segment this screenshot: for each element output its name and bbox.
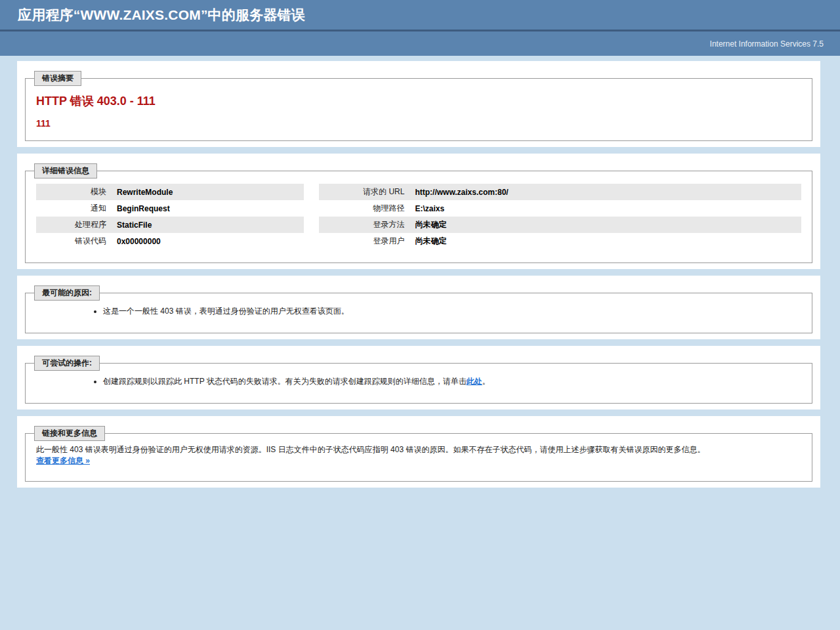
action-text-prefix: 创建跟踪规则以跟踪此 HTTP 状态代码的失败请求。有关为失败的请求创建跟踪规则…	[103, 377, 467, 386]
table-row: 通知 BeginRequest	[36, 200, 304, 217]
action-text-suffix: 。	[482, 377, 490, 386]
list-item: 这是一个一般性 403 错误，表明通过身份验证的用户无权查看该页面。	[103, 305, 801, 317]
table-row: 请求的 URL http://www.zaixs.com:80/	[319, 184, 801, 200]
section-more-information: 链接和更多信息 此一般性 403 错误表明通过身份验证的用户无权使用请求的资源。…	[17, 416, 820, 488]
detail-value: RewriteModule	[112, 184, 304, 200]
detail-label: 登录用户	[319, 233, 410, 249]
list-item: 创建跟踪规则以跟踪此 HTTP 状态代码的失败请求。有关为失败的请求创建跟踪规则…	[103, 375, 801, 387]
details-left-table: 模块 RewriteModule 通知 BeginRequest 处理程序 St…	[36, 184, 304, 249]
section-error-summary: 错误摘要 HTTP 错误 403.0 - 111 111	[17, 61, 820, 147]
details-right-table: 请求的 URL http://www.zaixs.com:80/ 物理路径 E:…	[319, 184, 801, 249]
error-summary-box: 错误摘要 HTTP 错误 403.0 - 111 111	[25, 78, 812, 141]
detail-label: 请求的 URL	[319, 184, 410, 200]
section-things-to-try: 可尝试的操作: 创建跟踪规则以跟踪此 HTTP 状态代码的失败请求。有关为失败的…	[17, 346, 820, 410]
detail-label: 物理路径	[319, 200, 410, 217]
actions-list: 创建跟踪规则以跟踪此 HTTP 状态代码的失败请求。有关为失败的请求创建跟踪规则…	[36, 375, 801, 387]
likely-causes-box: 最可能的原因: 这是一个一般性 403 错误，表明通过身份验证的用户无权查看该页…	[25, 293, 812, 333]
section-tab-more-information: 链接和更多信息	[34, 426, 105, 441]
page-content: 错误摘要 HTTP 错误 403.0 - 111 111 详细错误信息 模块 R…	[0, 56, 840, 488]
detail-value: 尚未确定	[410, 233, 801, 249]
header-sub-bar: Internet Information Services 7.5	[0, 32, 840, 56]
more-info-link[interactable]: 查看更多信息 »	[36, 456, 90, 465]
detail-value: 0x00000000	[112, 233, 304, 249]
detail-value: E:\zaixs	[410, 200, 801, 217]
detail-value: BeginRequest	[112, 200, 304, 217]
table-row: 登录用户 尚未确定	[319, 233, 801, 249]
error-details-box: 详细错误信息 模块 RewriteModule 通知 BeginRequest	[25, 171, 812, 263]
things-to-try-box: 可尝试的操作: 创建跟踪规则以跟踪此 HTTP 状态代码的失败请求。有关为失败的…	[25, 363, 812, 404]
error-title: HTTP 错误 403.0 - 111	[36, 93, 801, 109]
causes-list: 这是一个一般性 403 错误，表明通过身份验证的用户无权查看该页面。	[36, 305, 801, 317]
server-version-label: Internet Information Services 7.5	[710, 39, 824, 49]
detail-label: 处理程序	[36, 217, 112, 233]
section-tab-likely-causes: 最可能的原因:	[34, 285, 100, 301]
table-row: 错误代码 0x00000000	[36, 233, 304, 249]
details-left-column: 模块 RewriteModule 通知 BeginRequest 处理程序 St…	[36, 184, 304, 249]
section-tab-error-summary: 错误摘要	[34, 71, 81, 86]
detail-label: 错误代码	[36, 233, 112, 249]
detail-value: http://www.zaixs.com:80/	[410, 184, 801, 200]
error-subtitle: 111	[36, 118, 801, 129]
section-tab-error-details: 详细错误信息	[34, 163, 97, 178]
section-likely-causes: 最可能的原因: 这是一个一般性 403 错误，表明通过身份验证的用户无权查看该页…	[17, 276, 820, 339]
table-row: 物理路径 E:\zaixs	[319, 200, 801, 217]
detail-label: 登录方法	[319, 217, 410, 233]
detail-value: 尚未确定	[410, 217, 801, 233]
detail-label: 模块	[36, 184, 112, 200]
more-info-text: 此一般性 403 错误表明通过身份验证的用户无权使用请求的资源。IIS 日志文件…	[36, 444, 801, 455]
section-error-details: 详细错误信息 模块 RewriteModule 通知 BeginRequest	[17, 154, 820, 269]
table-row: 登录方法 尚未确定	[319, 217, 801, 233]
page-title: 应用程序“WWW.ZAIXS.COM”中的服务器错误	[18, 6, 305, 24]
section-tab-things-to-try: 可尝试的操作:	[34, 356, 100, 371]
details-right-column: 请求的 URL http://www.zaixs.com:80/ 物理路径 E:…	[319, 184, 801, 249]
header-title-bar: 应用程序“WWW.ZAIXS.COM”中的服务器错误	[0, 0, 840, 32]
more-information-box: 链接和更多信息 此一般性 403 错误表明通过身份验证的用户无权使用请求的资源。…	[25, 433, 812, 482]
table-row: 处理程序 StaticFile	[36, 217, 304, 233]
table-row: 模块 RewriteModule	[36, 184, 304, 200]
detail-value: StaticFile	[112, 217, 304, 233]
detail-label: 通知	[36, 200, 112, 217]
here-link[interactable]: 此处	[467, 377, 482, 386]
